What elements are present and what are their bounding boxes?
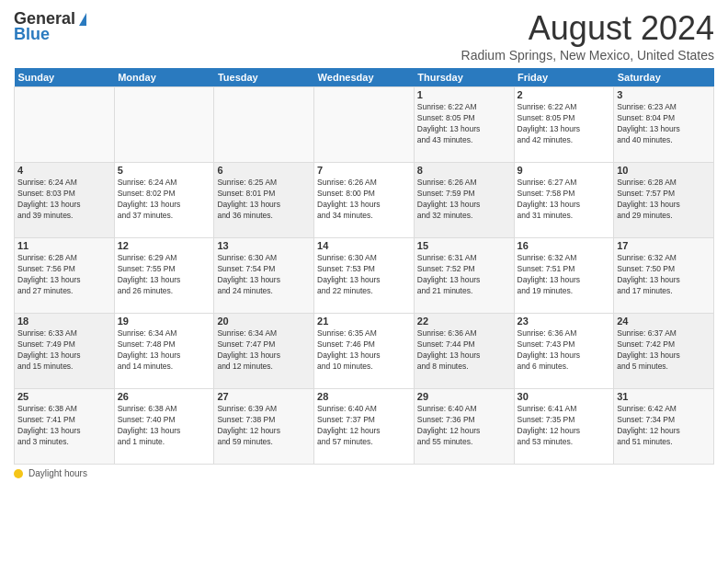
day-info: Sunrise: 6:33 AM Sunset: 7:49 PM Dayligh… (17, 328, 111, 373)
day-info: Sunrise: 6:38 AM Sunset: 7:41 PM Dayligh… (17, 404, 111, 448)
calendar-cell: 26Sunrise: 6:38 AM Sunset: 7:40 PM Dayli… (114, 389, 214, 465)
day-info: Sunrise: 6:34 AM Sunset: 7:48 PM Dayligh… (118, 328, 211, 373)
calendar-cell: 8Sunrise: 6:26 AM Sunset: 7:59 PM Daylig… (414, 163, 514, 238)
calendar-cell: 9Sunrise: 6:27 AM Sunset: 7:58 PM Daylig… (514, 163, 614, 238)
calendar-cell: 23Sunrise: 6:36 AM Sunset: 7:43 PM Dayli… (514, 314, 614, 389)
day-info: Sunrise: 6:37 AM Sunset: 7:42 PM Dayligh… (617, 328, 711, 373)
day-info: Sunrise: 6:38 AM Sunset: 7:40 PM Dayligh… (118, 404, 211, 448)
day-number: 24 (617, 316, 711, 327)
day-info: Sunrise: 6:40 AM Sunset: 7:36 PM Dayligh… (417, 404, 511, 448)
day-info: Sunrise: 6:32 AM Sunset: 7:51 PM Dayligh… (518, 253, 611, 297)
logo-blue-text: Blue (14, 25, 50, 44)
day-number: 23 (518, 316, 611, 327)
day-number: 15 (417, 240, 511, 251)
calendar-cell (314, 87, 415, 163)
day-info: Sunrise: 6:40 AM Sunset: 7:37 PM Dayligh… (317, 404, 411, 448)
calendar-header-tuesday: Tuesday (214, 68, 314, 87)
calendar-cell: 27Sunrise: 6:39 AM Sunset: 7:38 PM Dayli… (214, 389, 314, 465)
day-number: 6 (217, 165, 311, 176)
calendar-cell: 21Sunrise: 6:35 AM Sunset: 7:46 PM Dayli… (314, 314, 415, 389)
calendar-cell: 24Sunrise: 6:37 AM Sunset: 7:42 PM Dayli… (614, 314, 714, 389)
day-number: 21 (317, 316, 411, 327)
day-number: 28 (317, 391, 411, 402)
calendar-cell (114, 87, 214, 163)
day-number: 30 (518, 391, 611, 402)
calendar-cell: 4Sunrise: 6:24 AM Sunset: 8:03 PM Daylig… (15, 163, 115, 238)
day-info: Sunrise: 6:26 AM Sunset: 8:00 PM Dayligh… (317, 178, 411, 222)
calendar-cell: 15Sunrise: 6:31 AM Sunset: 7:52 PM Dayli… (414, 238, 514, 314)
sun-icon (14, 469, 23, 478)
calendar-cell: 6Sunrise: 6:25 AM Sunset: 8:01 PM Daylig… (214, 163, 314, 238)
calendar-cell: 29Sunrise: 6:40 AM Sunset: 7:36 PM Dayli… (414, 389, 514, 465)
logo: General Blue (14, 9, 86, 44)
day-number: 2 (518, 89, 611, 100)
calendar-header-thursday: Thursday (414, 68, 514, 87)
day-info: Sunrise: 6:23 AM Sunset: 8:04 PM Dayligh… (617, 102, 711, 146)
calendar-cell: 13Sunrise: 6:30 AM Sunset: 7:54 PM Dayli… (214, 238, 314, 314)
calendar-cell: 16Sunrise: 6:32 AM Sunset: 7:51 PM Dayli… (514, 238, 614, 314)
calendar-cell: 19Sunrise: 6:34 AM Sunset: 7:48 PM Dayli… (114, 314, 214, 389)
day-number: 9 (518, 165, 611, 176)
day-number: 20 (217, 316, 311, 327)
day-info: Sunrise: 6:29 AM Sunset: 7:55 PM Dayligh… (118, 253, 211, 297)
location: Radium Springs, New Mexico, United State… (461, 48, 714, 63)
day-number: 12 (118, 240, 211, 251)
day-number: 5 (118, 165, 211, 176)
calendar-cell: 7Sunrise: 6:26 AM Sunset: 8:00 PM Daylig… (314, 163, 415, 238)
day-info: Sunrise: 6:34 AM Sunset: 7:47 PM Dayligh… (217, 328, 311, 373)
day-number: 1 (417, 89, 511, 100)
day-number: 11 (17, 240, 111, 251)
calendar-cell: 25Sunrise: 6:38 AM Sunset: 7:41 PM Dayli… (15, 389, 115, 465)
day-info: Sunrise: 6:28 AM Sunset: 7:57 PM Dayligh… (617, 178, 711, 222)
calendar-cell: 11Sunrise: 6:28 AM Sunset: 7:56 PM Dayli… (15, 238, 115, 314)
calendar-cell: 2Sunrise: 6:22 AM Sunset: 8:05 PM Daylig… (514, 87, 614, 163)
calendar-cell: 20Sunrise: 6:34 AM Sunset: 7:47 PM Dayli… (214, 314, 314, 389)
day-info: Sunrise: 6:35 AM Sunset: 7:46 PM Dayligh… (317, 328, 411, 373)
day-info: Sunrise: 6:42 AM Sunset: 7:34 PM Dayligh… (617, 404, 711, 448)
title-area: August 2024 Radium Springs, New Mexico, … (461, 9, 714, 63)
day-number: 7 (317, 165, 411, 176)
day-number: 10 (617, 165, 711, 176)
calendar-week-row: 11Sunrise: 6:28 AM Sunset: 7:56 PM Dayli… (15, 238, 714, 314)
calendar-cell: 10Sunrise: 6:28 AM Sunset: 7:57 PM Dayli… (614, 163, 714, 238)
day-number: 19 (118, 316, 211, 327)
calendar-header-monday: Monday (114, 68, 214, 87)
day-number: 16 (518, 240, 611, 251)
day-number: 22 (417, 316, 511, 327)
calendar-week-row: 25Sunrise: 6:38 AM Sunset: 7:41 PM Dayli… (15, 389, 714, 465)
page: General Blue August 2024 Radium Springs,… (0, 0, 728, 563)
month-title: August 2024 (461, 9, 714, 48)
calendar-cell: 18Sunrise: 6:33 AM Sunset: 7:49 PM Dayli… (15, 314, 115, 389)
calendar-cell: 28Sunrise: 6:40 AM Sunset: 7:37 PM Dayli… (314, 389, 415, 465)
calendar-cell: 1Sunrise: 6:22 AM Sunset: 8:05 PM Daylig… (414, 87, 514, 163)
calendar-cell (15, 87, 115, 163)
day-info: Sunrise: 6:27 AM Sunset: 7:58 PM Dayligh… (518, 178, 611, 222)
day-number: 8 (417, 165, 511, 176)
calendar-cell: 3Sunrise: 6:23 AM Sunset: 8:04 PM Daylig… (614, 87, 714, 163)
calendar-cell: 12Sunrise: 6:29 AM Sunset: 7:55 PM Dayli… (114, 238, 214, 314)
day-info: Sunrise: 6:30 AM Sunset: 7:53 PM Dayligh… (317, 253, 411, 297)
calendar-cell: 14Sunrise: 6:30 AM Sunset: 7:53 PM Dayli… (314, 238, 415, 314)
calendar-week-row: 4Sunrise: 6:24 AM Sunset: 8:03 PM Daylig… (15, 163, 714, 238)
calendar-cell: 22Sunrise: 6:36 AM Sunset: 7:44 PM Dayli… (414, 314, 514, 389)
calendar-cell: 17Sunrise: 6:32 AM Sunset: 7:50 PM Dayli… (614, 238, 714, 314)
day-info: Sunrise: 6:22 AM Sunset: 8:05 PM Dayligh… (417, 102, 511, 146)
day-number: 25 (17, 391, 111, 402)
day-number: 27 (217, 391, 311, 402)
calendar-week-row: 18Sunrise: 6:33 AM Sunset: 7:49 PM Dayli… (15, 314, 714, 389)
day-info: Sunrise: 6:25 AM Sunset: 8:01 PM Dayligh… (217, 178, 311, 222)
calendar-table: SundayMondayTuesdayWednesdayThursdayFrid… (14, 68, 714, 465)
day-info: Sunrise: 6:22 AM Sunset: 8:05 PM Dayligh… (518, 102, 611, 146)
day-number: 4 (17, 165, 111, 176)
day-number: 26 (118, 391, 211, 402)
day-number: 13 (217, 240, 311, 251)
day-number: 18 (17, 316, 111, 327)
day-info: Sunrise: 6:36 AM Sunset: 7:44 PM Dayligh… (417, 328, 511, 373)
calendar-header-row: SundayMondayTuesdayWednesdayThursdayFrid… (15, 68, 714, 87)
day-info: Sunrise: 6:24 AM Sunset: 8:03 PM Dayligh… (17, 178, 111, 222)
calendar-cell: 31Sunrise: 6:42 AM Sunset: 7:34 PM Dayli… (614, 389, 714, 465)
day-info: Sunrise: 6:24 AM Sunset: 8:02 PM Dayligh… (118, 178, 211, 222)
day-number: 14 (317, 240, 411, 251)
calendar-header-wednesday: Wednesday (314, 68, 415, 87)
daylight-hours-label: Daylight hours (28, 468, 87, 478)
